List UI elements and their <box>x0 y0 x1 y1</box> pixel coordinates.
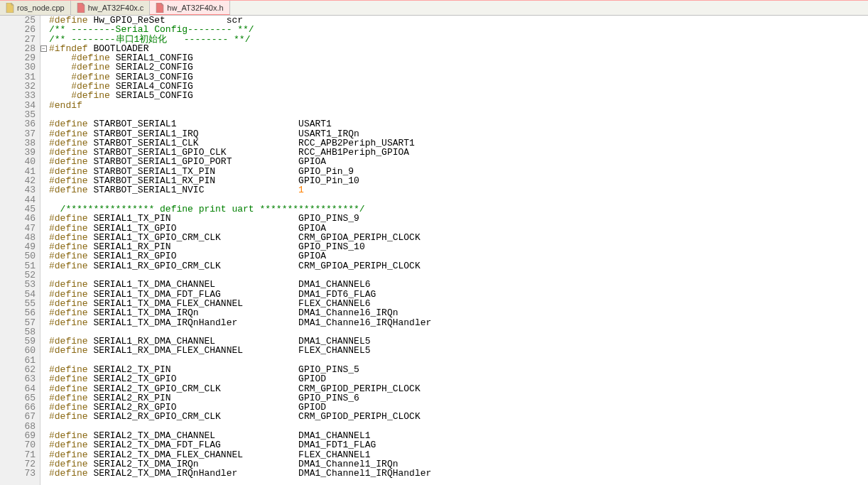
code-line[interactable]: #define SERIAL1_TX_DMA_FDT_FLAG DMA1_FDT… <box>49 290 868 299</box>
code-line[interactable]: /** --------串口1初始化 -------- **/ <box>49 35 868 44</box>
code-line[interactable]: #define SERIAL1_TX_PIN GPIO_PINS_9 <box>49 214 868 223</box>
line-number: 65 <box>0 393 40 403</box>
code-line[interactable]: #define SERIAL2_TX_DMA_IRQnHandler DMA1_… <box>49 469 868 478</box>
code-line[interactable] <box>49 271 868 280</box>
code-line[interactable] <box>49 110 868 119</box>
code-line[interactable]: #define SERIAL1_TX_GPIO_CRM_CLK CRM_GPIO… <box>49 233 868 242</box>
code-line[interactable]: #define SERIAL3_CONFIG <box>49 72 868 82</box>
tab-hw_AT32F40x-c[interactable]: hw_AT32F40x.c <box>71 1 151 15</box>
line-number: 28 <box>0 44 40 53</box>
code-line[interactable]: #define SERIAL2_TX_DMA_FDT_FLAG DMA1_FDT… <box>49 440 868 449</box>
editor[interactable]: 2526272829303132333435363738394041424344… <box>0 16 868 485</box>
code-line[interactable]: #define SERIAL2_TX_PIN GPIO_PINS_5 <box>49 365 868 374</box>
line-number: 32 <box>0 82 40 91</box>
code-line[interactable]: #define STARBOT_SERIAL1_IRQ USART1_IRQn <box>49 129 868 138</box>
code-line[interactable]: #define STARBOT_SERIAL1_CLK RCC_APB2Peri… <box>49 138 868 148</box>
identifier: SERIAL1_RX_DMA_FLEX_CHANNEL <box>93 345 298 356</box>
line-number: 29 <box>0 53 40 62</box>
code-line[interactable]: #define SERIAL1_RX_DMA_CHANNEL DMA1_CHAN… <box>49 337 868 346</box>
code-line[interactable]: #ifndef BOOTLOADER <box>49 44 868 53</box>
identifier: SERIAL2_TX_DMA_IRQnHandler <box>93 468 298 479</box>
code-line[interactable]: #define SERIAL1_RX_DMA_FLEX_CHANNEL FLEX… <box>49 346 868 355</box>
line-number: 55 <box>0 299 40 308</box>
line-number: 45 <box>0 205 40 214</box>
code-line[interactable]: #define SERIAL1_TX_GPIO GPIOA <box>49 224 868 233</box>
preproc: #define <box>49 411 88 422</box>
identifier: SERIAL1_RX_GPIO_CRM_CLK <box>93 261 298 271</box>
code-line[interactable]: #define SERIAL1_TX_DMA_CHANNEL DMA1_CHAN… <box>49 280 868 289</box>
tab-label: ros_node.cpp <box>17 4 65 12</box>
code-line[interactable]: #define SERIAL1_RX_PIN GPIO_PINS_10 <box>49 242 868 251</box>
code-line[interactable]: #define SERIAL1_TX_DMA_FLEX_CHANNEL FLEX… <box>49 299 868 308</box>
identifier: STARBOT_SERIAL1_NVIC <box>93 185 298 195</box>
line-number: 41 <box>0 167 40 176</box>
line-number: 47 <box>0 224 40 233</box>
line-number: 53 <box>0 280 40 289</box>
code-line[interactable]: /** --------Serial Config-------- **/ <box>49 25 868 34</box>
code-line[interactable] <box>49 327 868 337</box>
line-number: 72 <box>0 459 40 469</box>
fold-column: − <box>40 16 48 485</box>
tab-label: hw_AT32F40x.c <box>88 4 144 12</box>
line-number: 50 <box>0 251 40 261</box>
code-line[interactable]: #define SERIAL2_TX_DMA_CHANNEL DMA1_CHAN… <box>49 431 868 440</box>
code-line[interactable]: #define SERIAL2_RX_GPIO GPIOD <box>49 403 868 412</box>
tab-ros_node-cpp[interactable]: ros_node.cpp <box>0 1 71 15</box>
preproc: #define <box>49 261 88 271</box>
code-line[interactable]: #define SERIAL2_RX_PIN GPIO_PINS_6 <box>49 393 868 403</box>
code-line[interactable]: #define SERIAL5_CONFIG <box>49 91 868 100</box>
line-number: 39 <box>0 148 40 157</box>
code-line[interactable]: #define STARBOT_SERIAL1_RX_PIN GPIO_Pin_… <box>49 176 868 185</box>
code-line[interactable]: #endif <box>49 101 868 110</box>
code-line[interactable]: #define SERIAL2_TX_GPIO_CRM_CLK CRM_GPIO… <box>49 384 868 393</box>
file-icon <box>6 3 14 13</box>
code-line[interactable]: #define SERIAL2_RX_GPIO_CRM_CLK CRM_GPIO… <box>49 412 868 421</box>
code-line[interactable]: #define SERIAL4_CONFIG <box>49 82 868 91</box>
tab-label: hw_AT32F40x.h <box>167 4 223 12</box>
code-line[interactable]: #define SERIAL2_TX_GPIO GPIOD <box>49 374 868 383</box>
code-line[interactable] <box>49 356 868 365</box>
line-number: 34 <box>0 101 40 110</box>
code-line[interactable]: #define SERIAL1_TX_DMA_IRQnHandler DMA1_… <box>49 318 868 327</box>
line-number: 73 <box>0 469 40 478</box>
code-line[interactable]: #define STARBOT_SERIAL1_GPIO_PORT GPIOA <box>49 157 868 166</box>
code-line[interactable] <box>49 422 868 431</box>
line-number: 33 <box>0 91 40 100</box>
line-number: 58 <box>0 327 40 337</box>
line-number: 43 <box>0 185 40 195</box>
fold-toggle[interactable]: − <box>40 45 47 52</box>
line-number: 25 <box>0 16 40 25</box>
code-area[interactable]: #define Hw_GPIO_ReSet scr/** --------Ser… <box>48 16 868 485</box>
preproc: #define <box>49 345 88 356</box>
line-number: 31 <box>0 72 40 82</box>
code-line[interactable]: #define SERIAL1_CONFIG <box>49 53 868 62</box>
line-number: 30 <box>0 62 40 72</box>
line-number: 46 <box>0 214 40 223</box>
code-line[interactable]: #define STARBOT_SERIAL1_TX_PIN GPIO_Pin_… <box>49 167 868 176</box>
preproc: #define <box>49 468 88 479</box>
identifier: SERIAL2_RX_GPIO_CRM_CLK <box>93 411 298 422</box>
line-number: 63 <box>0 374 40 383</box>
code-line[interactable]: #define Hw_GPIO_ReSet scr <box>49 16 868 25</box>
code-line[interactable]: #define SERIAL1_TX_DMA_IRQn DMA1_Channel… <box>49 308 868 317</box>
code-line[interactable]: #define SERIAL2_TX_DMA_FLEX_CHANNEL FLEX… <box>49 450 868 459</box>
code-line[interactable]: #define STARBOT_SERIAL1_GPIO_CLK RCC_AHB… <box>49 148 868 157</box>
line-number: 61 <box>0 356 40 365</box>
code-line[interactable]: #define SERIAL1_RX_GPIO_CRM_CLK CRM_GPIO… <box>49 261 868 271</box>
preproc: #endif <box>49 100 82 111</box>
line-number: 66 <box>0 403 40 412</box>
code-line[interactable]: #define SERIAL2_TX_DMA_IRQn DMA1_Channel… <box>49 459 868 469</box>
code-line[interactable]: #define STARBOT_SERIAL1 USART1 <box>49 119 868 129</box>
macro-value: DMA1_Channel6_IRQHandler <box>298 317 431 328</box>
line-number: 67 <box>0 412 40 421</box>
line-number: 60 <box>0 346 40 355</box>
code-line[interactable] <box>49 195 868 205</box>
code-line[interactable]: #define SERIAL2_CONFIG <box>49 62 868 72</box>
line-number: 37 <box>0 129 40 138</box>
line-number: 62 <box>0 365 40 374</box>
macro-value: CRM_GPIOA_PERIPH_CLOCK <box>298 261 421 271</box>
code-line[interactable]: #define STARBOT_SERIAL1_NVIC 1 <box>49 185 868 195</box>
code-line[interactable]: /**************** define print uart ****… <box>49 205 868 214</box>
code-line[interactable]: #define SERIAL1_RX_GPIO GPIOA <box>49 251 868 261</box>
tab-hw_AT32F40x-h[interactable]: hw_AT32F40x.h <box>150 1 229 15</box>
